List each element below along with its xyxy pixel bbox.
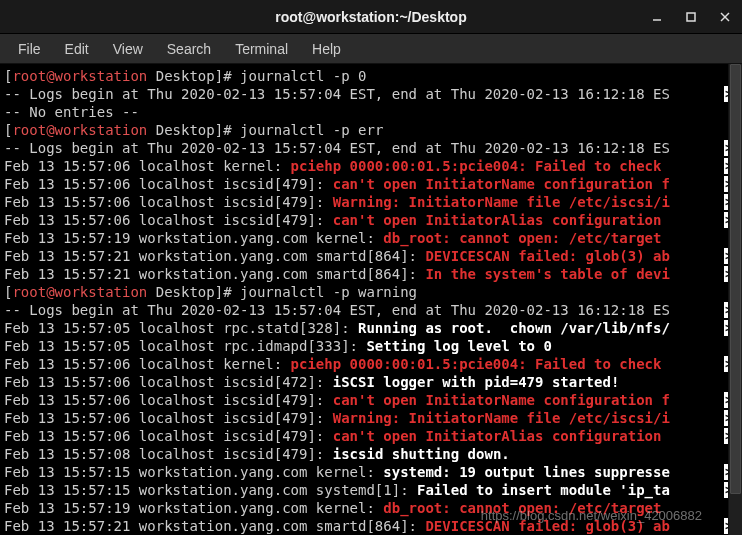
terminal-line: [root@workstation Desktop]# journalctl -…	[4, 67, 738, 85]
terminal-line: [root@workstation Desktop]# journalctl -…	[4, 121, 738, 139]
terminal-output[interactable]: [root@workstation Desktop]# journalctl -…	[0, 64, 742, 535]
menubar: File Edit View Search Terminal Help	[0, 34, 742, 64]
terminal-line: Feb 13 15:57:21 workstation.yang.com sma…	[4, 517, 738, 535]
terminal-line: Feb 13 15:57:15 workstation.yang.com ker…	[4, 463, 738, 481]
terminal-line: Feb 13 15:57:06 localhost iscsid[472]: i…	[4, 373, 738, 391]
terminal-line: Feb 13 15:57:06 localhost iscsid[479]: W…	[4, 409, 738, 427]
terminal-line: [root@workstation Desktop]# journalctl -…	[4, 283, 738, 301]
scrollbar[interactable]	[728, 64, 742, 535]
terminal-line: Feb 13 15:57:06 localhost kernel: pciehp…	[4, 157, 738, 175]
menu-file[interactable]: File	[6, 37, 53, 61]
close-button[interactable]	[714, 6, 736, 28]
terminal-line: -- Logs begin at Thu 2020-02-13 15:57:04…	[4, 139, 738, 157]
terminal-line: -- No entries --	[4, 103, 738, 121]
terminal-line: Feb 13 15:57:08 localhost iscsid[479]: i…	[4, 445, 738, 463]
menu-search[interactable]: Search	[155, 37, 223, 61]
maximize-button[interactable]	[680, 6, 702, 28]
terminal-line: -- Logs begin at Thu 2020-02-13 15:57:04…	[4, 85, 738, 103]
terminal-line: Feb 13 15:57:21 workstation.yang.com sma…	[4, 247, 738, 265]
window-controls	[646, 6, 736, 28]
scrollbar-thumb[interactable]	[730, 64, 741, 494]
terminal-line: Feb 13 15:57:05 localhost rpc.idmapd[333…	[4, 337, 738, 355]
terminal-line: Feb 13 15:57:06 localhost iscsid[479]: c…	[4, 391, 738, 409]
menu-edit[interactable]: Edit	[53, 37, 101, 61]
terminal-line: Feb 13 15:57:06 localhost kernel: pciehp…	[4, 355, 738, 373]
terminal-line: Feb 13 15:57:19 workstation.yang.com ker…	[4, 229, 738, 247]
menu-view[interactable]: View	[101, 37, 155, 61]
window-title: root@workstation:~/Desktop	[275, 9, 466, 25]
menu-terminal[interactable]: Terminal	[223, 37, 300, 61]
terminal-line: Feb 13 15:57:06 localhost iscsid[479]: c…	[4, 211, 738, 229]
terminal-line: Feb 13 15:57:06 localhost iscsid[479]: c…	[4, 427, 738, 445]
svg-rect-1	[687, 13, 695, 21]
terminal-line: Feb 13 15:57:19 workstation.yang.com ker…	[4, 499, 738, 517]
minimize-button[interactable]	[646, 6, 668, 28]
terminal-line: Feb 13 15:57:21 workstation.yang.com sma…	[4, 265, 738, 283]
terminal-line: Feb 13 15:57:06 localhost iscsid[479]: c…	[4, 175, 738, 193]
terminal-line: Feb 13 15:57:05 localhost rpc.statd[328]…	[4, 319, 738, 337]
terminal-line: Feb 13 15:57:15 workstation.yang.com sys…	[4, 481, 738, 499]
titlebar: root@workstation:~/Desktop	[0, 0, 742, 34]
menu-help[interactable]: Help	[300, 37, 353, 61]
terminal-line: Feb 13 15:57:06 localhost iscsid[479]: W…	[4, 193, 738, 211]
terminal-line: -- Logs begin at Thu 2020-02-13 15:57:04…	[4, 301, 738, 319]
